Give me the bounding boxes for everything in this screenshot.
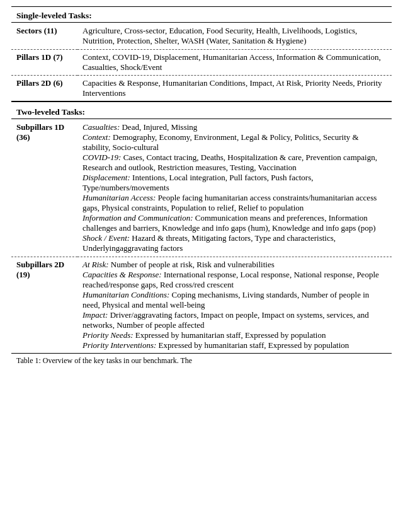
hum-conditions-label: Humanitarian Conditions: — [82, 290, 169, 299]
info-comm-label: Information and Communication: — [82, 213, 193, 223]
subpillars2d-entry-0: At Risk: Number of people at risk, Risk … — [82, 260, 387, 270]
caption-row: Table 1: Overview of the key tasks in ou… — [11, 354, 392, 369]
subpillars1d-entry-2: COVID-19: Cases, Contact tracing, Deaths… — [82, 153, 387, 173]
cap-response-label: Capacities & Response: — [82, 270, 162, 279]
subpillars1d-entry-3: Displacement: Intentions, Local integrat… — [82, 173, 387, 193]
subpillars1d-row: Subpillars 1D(36) Casualties: Dead, Inju… — [11, 119, 392, 257]
priority-interventions-label: Priority Interventions: — [82, 340, 156, 350]
priority-needs-label: Priority Needs: — [82, 330, 133, 340]
subpillars2d-label: Subpillars 2D(19) — [11, 257, 77, 354]
subpillars2d-entry-1: Capacities & Response: International res… — [82, 270, 387, 290]
context-label: Context: — [82, 132, 111, 142]
subpillars2d-entry-3: Impact: Driver/aggravating factors, Impa… — [82, 310, 387, 330]
subpillars2d-entry-5: Priority Interventions: Expressed by hum… — [82, 340, 387, 350]
humanitarian-access-label: Humanitarian Access: — [82, 193, 156, 202]
pillars2d-row: Pillars 2D (6) Capacities & Response, Hu… — [11, 76, 392, 102]
displacement-label: Displacement: — [82, 173, 130, 182]
covid-label: COVID-19: — [82, 153, 121, 162]
section2-header: Two-leveled Tasks: — [11, 101, 392, 119]
pillars2d-label: Pillars 2D (6) — [11, 76, 77, 102]
section1-header-row: Single-leveled Tasks: — [11, 7, 392, 23]
subpillars2d-content: At Risk: Number of people at risk, Risk … — [77, 257, 392, 354]
sectors-content: Agriculture, Cross-sector, Education, Fo… — [77, 23, 392, 50]
subpillars1d-label: Subpillars 1D(36) — [11, 119, 77, 257]
section2-header-row: Two-leveled Tasks: — [11, 101, 392, 119]
pillars1d-content: Context, COVID-19, Displacement, Humanit… — [77, 50, 392, 76]
pillars2d-content: Capacities & Response, Humanitarian Cond… — [77, 76, 392, 102]
subpillars1d-entry-1: Context: Demography, Economy, Environmen… — [82, 132, 387, 153]
subpillars1d-entry-6: Shock / Event: Hazard & threats, Mitigat… — [82, 233, 387, 253]
at-risk-label: At Risk: — [82, 260, 109, 269]
subpillars1d-entry-4: Humanitarian Access: People facing human… — [82, 193, 387, 213]
pillars1d-label: Pillars 1D (7) — [11, 50, 77, 76]
subpillars1d-entry-5: Information and Communication: Communica… — [82, 213, 387, 233]
sectors-label: Sectors (11) — [11, 23, 77, 50]
sectors-row: Sectors (11) Agriculture, Cross-sector, … — [11, 23, 392, 50]
shock-event-label: Shock / Event: — [82, 233, 130, 243]
section1-header: Single-leveled Tasks: — [11, 7, 392, 23]
impact-label: Impact: — [82, 310, 108, 320]
subpillars2d-row: Subpillars 2D(19) At Risk: Number of peo… — [11, 257, 392, 354]
subpillars1d-entry-0: Casualties: Dead, Injured, Missing — [82, 122, 387, 132]
subpillars2d-entry-4: Priority Needs: Expressed by humanitaria… — [82, 330, 387, 340]
pillars1d-row: Pillars 1D (7) Context, COVID-19, Displa… — [11, 50, 392, 76]
subpillars2d-entry-2: Humanitarian Conditions: Coping mechanis… — [82, 290, 387, 310]
table-caption: Table 1: Overview of the key tasks in ou… — [11, 354, 392, 369]
subpillars1d-content: Casualties: Dead, Injured, Missing Conte… — [77, 119, 392, 257]
casualties-label: Casualties: — [82, 122, 120, 132]
